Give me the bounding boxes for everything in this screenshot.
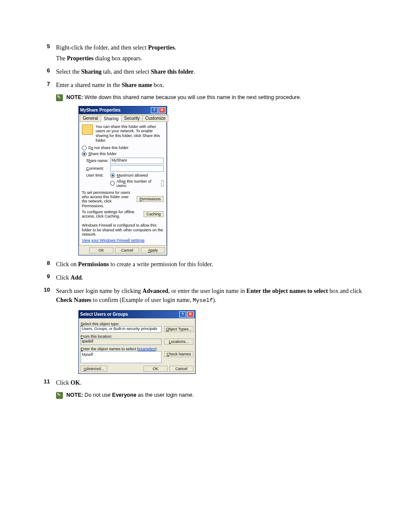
bold: OK xyxy=(71,380,80,386)
step-8: 8 Click on Permissions to create a write… xyxy=(34,260,377,271)
bold: Permissions xyxy=(78,261,109,268)
titlebar: MyShare Properties ? ✕ xyxy=(79,106,167,114)
text: as the user login name. xyxy=(137,392,194,398)
text: Click xyxy=(56,380,71,386)
note-text: NOTE: Do not use Everyone as the user lo… xyxy=(66,392,194,399)
help-button[interactable]: ? xyxy=(179,311,186,317)
help-button[interactable]: ? xyxy=(151,107,158,113)
step-body: Click OK. xyxy=(56,378,377,389)
properties-dialog: MyShare Properties ? ✕ General Sharing S… xyxy=(78,106,167,256)
titlebar: Select Users or Groups ? ✕ xyxy=(79,311,195,318)
firewall-link[interactable]: View your Windows Firewall settings xyxy=(82,238,164,243)
note-icon xyxy=(56,392,63,399)
step-number: 7 xyxy=(34,81,56,91)
cancel-button[interactable]: Cancel xyxy=(169,366,193,372)
text: Select the xyxy=(56,68,81,75)
object-type-field: Users, Groups, or Built-in security prin… xyxy=(81,326,162,333)
radio-max-allowed[interactable]: Maximum allowed xyxy=(110,173,164,178)
tab-security[interactable]: Security xyxy=(121,115,143,121)
locations-button[interactable]: Locations... xyxy=(164,339,193,345)
text: Click xyxy=(56,274,71,281)
text: Do not use xyxy=(84,392,112,398)
note-icon xyxy=(56,94,63,101)
mono: Myself xyxy=(193,297,213,304)
text: Write down this shared name because you … xyxy=(84,94,301,100)
radio-allow-number[interactable]: Allow this number of users: xyxy=(110,179,164,188)
text: Click on xyxy=(56,261,78,268)
bold: Add xyxy=(71,274,82,281)
apply-button[interactable]: Apply xyxy=(141,247,165,253)
close-button[interactable]: ✕ xyxy=(187,311,194,317)
step-5: 5 Right-click the folder, and then selec… xyxy=(34,43,377,65)
text: Right-click the folder, and then select xyxy=(56,44,148,51)
text: nter the object names to select ( xyxy=(83,347,138,351)
step-6: 6 Select the Sharing tab, and then selec… xyxy=(34,67,377,78)
radio-share-folder[interactable]: Share this folder xyxy=(82,152,164,156)
caching-button[interactable]: Caching xyxy=(143,211,164,217)
step-body: Click Add. xyxy=(56,273,377,284)
examples-link[interactable]: examples xyxy=(138,347,155,351)
step-10: 10 Search user login name by clicking Ad… xyxy=(34,286,377,307)
step-number: 6 xyxy=(34,67,56,78)
text: box and click xyxy=(328,288,362,294)
close-button[interactable]: ✕ xyxy=(159,107,165,113)
dialog-body: Select this object type: Users, Groups, … xyxy=(79,318,195,373)
text: ). xyxy=(213,297,216,303)
note: NOTE: Do not use Everyone as the user lo… xyxy=(56,392,377,399)
step-number: 5 xyxy=(34,43,56,65)
permissions-text: To set permissions for users who access … xyxy=(82,190,134,208)
select-users-dialog: Select Users or Groups ? ✕ Select this o… xyxy=(78,310,196,374)
dialog-title: Select Users or Groups xyxy=(80,312,128,317)
ok-button[interactable]: OK xyxy=(89,247,113,253)
text: . xyxy=(82,274,84,281)
caching-text: To configure settings for offline access… xyxy=(82,210,141,219)
bold: Check Names xyxy=(56,297,91,303)
tab-customize[interactable]: Customize xyxy=(142,115,168,121)
text: . xyxy=(80,380,82,386)
text: Search user login name by clicking xyxy=(56,288,143,294)
ok-button[interactable]: OK xyxy=(143,366,168,372)
step-body: Right-click the folder, and then select … xyxy=(56,43,377,65)
object-types-button[interactable]: Object Types... xyxy=(164,326,193,332)
radio-icon xyxy=(82,152,87,156)
bold: Properties xyxy=(148,44,175,51)
cancel-button[interactable]: Cancel xyxy=(115,247,139,253)
check-names-button[interactable]: Check Names xyxy=(164,351,193,357)
page-footer: 352 | Scanning xyxy=(34,403,377,532)
text: , or enter the user login name in xyxy=(168,288,247,294)
dialog-buttons: OK Cancel Apply xyxy=(79,246,167,255)
text: box. xyxy=(152,82,164,88)
object-names-input[interactable]: Myself xyxy=(81,351,162,363)
text: Enter a shared name in the xyxy=(56,82,121,88)
bold: Everyone xyxy=(112,392,136,398)
user-count-spinner[interactable] xyxy=(161,180,164,187)
step-body: Search user login name by clicking Advan… xyxy=(56,286,377,307)
location-field: tpadell xyxy=(81,339,162,345)
text: The xyxy=(56,55,67,62)
tabstrip: General Sharing Security Customize xyxy=(79,114,167,122)
note-label: NOTE: xyxy=(66,94,84,100)
tab-general[interactable]: General xyxy=(80,115,101,121)
text: . xyxy=(193,68,195,75)
advanced-button[interactable]: Advanced... xyxy=(81,366,107,372)
text: tab, and then select xyxy=(102,68,151,75)
step-7: 7 Enter a shared name in the Share name … xyxy=(34,81,377,91)
radio-do-not-share[interactable]: Do not share this folder xyxy=(82,146,164,150)
radio-icon xyxy=(110,173,115,178)
step-body: Select the Sharing tab, and then select … xyxy=(56,67,377,78)
permissions-button[interactable]: Permissions xyxy=(137,196,164,202)
radio-icon xyxy=(110,181,115,186)
step-number: 8 xyxy=(34,260,56,271)
firewall-text: Windows Firewall is configured to allow … xyxy=(82,223,164,237)
bold: Share this folder xyxy=(151,68,193,75)
note: NOTE: Write down this shared name becaus… xyxy=(56,94,377,102)
share-name-input[interactable]: MyShare xyxy=(110,158,164,164)
bold: Properties xyxy=(67,55,93,62)
comment-input[interactable] xyxy=(110,165,164,172)
tab-sharing[interactable]: Sharing xyxy=(101,115,121,122)
step-9: 9 Click Add. xyxy=(34,273,377,284)
bold: Sharing xyxy=(81,68,101,75)
info-text: You can share this folder with other use… xyxy=(96,124,164,143)
text: to confirm (Example of user login name, xyxy=(91,297,193,303)
note-text: NOTE: Write down this shared name becaus… xyxy=(66,94,301,102)
